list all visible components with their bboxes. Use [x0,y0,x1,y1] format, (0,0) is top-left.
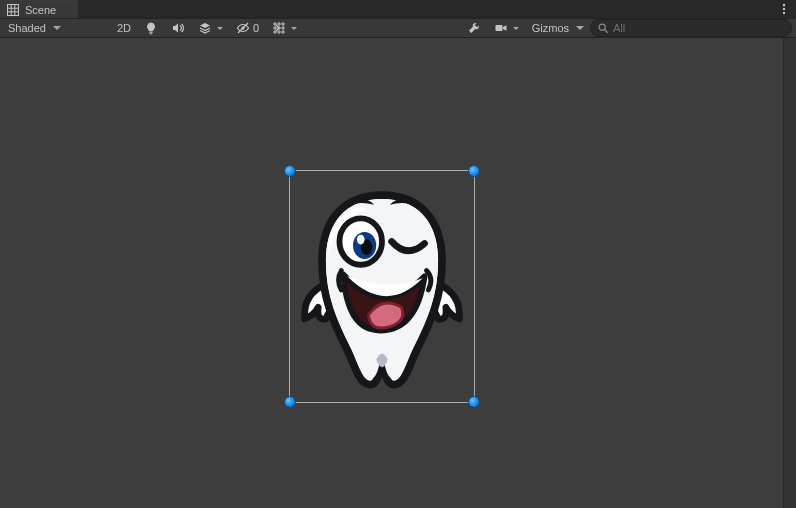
selection-bounds[interactable] [290,171,474,402]
mode-2d-label: 2D [117,22,131,34]
svg-point-7 [783,12,785,14]
shading-mode-label: Shaded [8,22,46,34]
gizmos-dropdown[interactable]: Gizmos [526,19,590,37]
tab-options-button[interactable] [772,0,796,18]
scene-viewport[interactable] [0,38,796,508]
selection-handle-top-left[interactable] [285,166,295,176]
grid-snap-dropdown[interactable] [266,19,303,37]
camera-icon [494,21,508,35]
shading-mode-dropdown[interactable]: Shaded [4,19,110,37]
search-field[interactable] [590,19,792,37]
scene-toolbar: Shaded 2D [0,18,796,38]
scene-grid-icon [6,3,20,17]
audio-icon [171,21,185,35]
tab-label: Scene [25,4,56,16]
scene-lighting-toggle[interactable] [138,19,164,37]
svg-rect-9 [150,33,153,34]
scene-effects-dropdown[interactable] [192,19,229,37]
selection-handle-bottom-right[interactable] [469,397,479,407]
tools-button[interactable] [461,19,487,37]
search-icon [597,22,609,34]
tools-icon [467,21,481,35]
camera-dropdown[interactable] [488,19,525,37]
tab-bar-empty [78,0,772,18]
svg-point-24 [357,235,365,245]
selection-handle-top-right[interactable] [469,166,479,176]
svg-rect-0 [8,4,19,15]
layers-icon [198,21,212,35]
grid-snap-icon [272,21,286,35]
eye-off-icon [236,21,250,35]
selected-sprite[interactable] [295,176,469,397]
hidden-objects-toggle[interactable]: 0 [230,19,265,37]
selection-handle-bottom-left[interactable] [285,397,295,407]
mode-2d-toggle[interactable]: 2D [111,19,137,37]
tab-bar: Scene [0,0,796,18]
hidden-count-label: 0 [253,22,259,34]
gizmos-label: Gizmos [532,22,569,34]
search-input[interactable] [613,22,785,34]
svg-point-5 [783,4,785,6]
lightbulb-icon [144,21,158,35]
svg-line-20 [605,30,608,33]
scene-audio-toggle[interactable] [165,19,191,37]
svg-point-6 [783,8,785,10]
svg-rect-18 [495,25,502,31]
svg-rect-8 [149,32,153,33]
svg-point-19 [599,24,605,30]
tab-scene[interactable]: Scene [0,0,78,18]
kebab-icon [777,2,791,16]
